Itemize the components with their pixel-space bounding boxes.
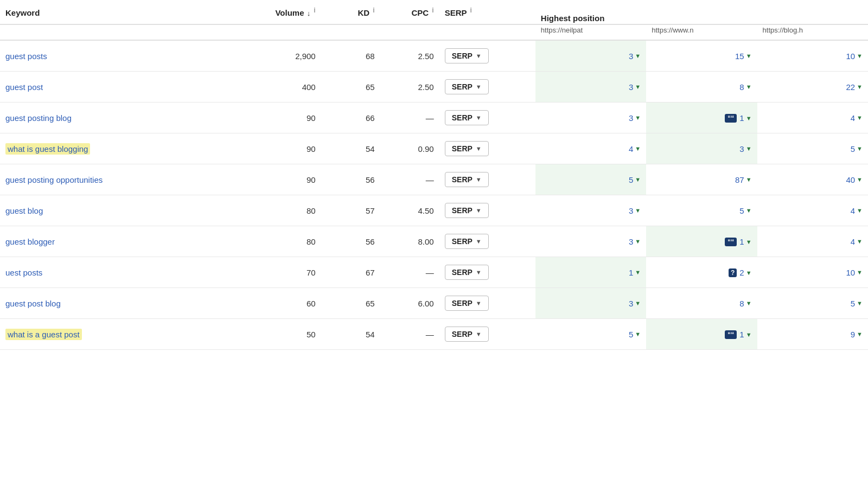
keyword-link[interactable]: guest blogger <box>5 237 55 246</box>
hp-trend-arrow: ▼ <box>746 331 752 338</box>
keyword-link[interactable]: guest posts <box>5 52 47 61</box>
serp-cell: SERP▼ <box>439 72 535 103</box>
hp-value-group: 3▼ <box>629 237 641 246</box>
hp-number: 1 <box>629 268 633 277</box>
hp-trend-arrow: ▼ <box>635 114 641 121</box>
hp-col2-cell: ““1▼ <box>646 319 757 350</box>
hp-number: 5 <box>739 206 744 215</box>
hp-col1-cell: 3▼ <box>535 226 646 257</box>
serp-button[interactable]: SERP▼ <box>445 141 489 156</box>
serp-cell: SERP▼ <box>439 40 535 72</box>
quote-badge-icon: ““ <box>725 114 737 123</box>
hp-value-group: ““1▼ <box>725 113 751 123</box>
hp-number: 3 <box>629 52 633 61</box>
table-row: what is guest blogging90540.90SERP▼4▼3▼5… <box>0 133 868 164</box>
hp-value-group: 5▼ <box>629 175 641 184</box>
hp-number: 3 <box>629 237 633 246</box>
hp-col1-cell: 5▼ <box>535 164 646 195</box>
hp-col3-cell: 5▼ <box>757 288 868 319</box>
serp-dropdown-arrow: ▼ <box>476 53 482 59</box>
volume-info-icon[interactable]: i <box>314 7 315 14</box>
serp-button[interactable]: SERP▼ <box>445 234 489 249</box>
serp-dropdown-arrow: ▼ <box>476 114 482 121</box>
table-body: guest posts2,900682.50SERP▼3▼15▼10▼guest… <box>0 40 868 350</box>
hp-value-group: 4▼ <box>851 113 863 123</box>
hp-number: 3 <box>629 206 633 215</box>
keyword-link[interactable]: guest blog <box>5 206 43 215</box>
kd-cell: 57 <box>321 195 380 226</box>
hp-value-group: 9▼ <box>851 330 863 339</box>
kd-info-icon[interactable]: i <box>373 7 374 14</box>
cpc-cell: 4.50 <box>380 195 439 226</box>
kd-cell: 65 <box>321 72 380 103</box>
serp-button[interactable]: SERP▼ <box>445 172 489 187</box>
cpc-info-icon[interactable]: i <box>432 7 433 14</box>
keyword-link[interactable]: guest post <box>5 82 43 92</box>
serp-cell: SERP▼ <box>439 133 535 164</box>
keyword-cell: guest posting blog <box>0 103 251 133</box>
serp-btn-label: SERP <box>452 52 473 60</box>
table-row: guest posting opportunities9056—SERP▼5▼8… <box>0 164 868 195</box>
quote-badge-icon: ““ <box>725 238 737 246</box>
hp-trend-arrow: ▼ <box>857 207 863 214</box>
hp-trend-arrow: ▼ <box>746 239 752 245</box>
keyword-cell: guest posting opportunities <box>0 164 251 195</box>
hp-trend-arrow: ▼ <box>746 270 752 276</box>
hp-value-group: 10▼ <box>846 52 863 61</box>
hp-trend-arrow: ▼ <box>857 114 863 121</box>
col-header-volume: Volume ↓ i <box>251 0 321 24</box>
serp-dropdown-arrow: ▼ <box>476 207 482 214</box>
hp-col2-cell: ?2▼ <box>646 257 757 288</box>
col-subheader-url2: https://www.n <box>646 24 757 40</box>
hp-value-group: ““1▼ <box>725 330 751 339</box>
keyword-cell: guest posts <box>0 40 251 72</box>
keyword-cell: what is guest blogging <box>0 133 251 164</box>
serp-button[interactable]: SERP▼ <box>445 203 489 218</box>
hp-col1-cell: 1▼ <box>535 257 646 288</box>
hp-number: 4 <box>629 144 633 154</box>
hp-trend-arrow: ▼ <box>635 331 641 337</box>
hp-number: 5 <box>851 144 855 154</box>
serp-button[interactable]: SERP▼ <box>445 327 489 342</box>
keyword-link[interactable]: guest post blog <box>5 299 61 308</box>
hp-value-group: 3▼ <box>629 206 641 215</box>
serp-info-icon[interactable]: i <box>470 7 471 14</box>
hp-col2-cell: 87▼ <box>646 164 757 195</box>
col-subheader-url3: https://blog.h <box>757 24 868 40</box>
keyword-cell: uest posts <box>0 257 251 288</box>
keyword-link[interactable]: guest posting blog <box>5 113 72 123</box>
hp-value-group: 4▼ <box>851 206 863 215</box>
volume-cell: 60 <box>251 288 321 319</box>
volume-cell: 70 <box>251 257 321 288</box>
hp-number: 3 <box>629 299 633 308</box>
hp-trend-arrow: ▼ <box>746 300 752 306</box>
keyword-link[interactable]: guest posting opportunities <box>5 175 103 184</box>
hp-value-group: 3▼ <box>739 144 751 154</box>
serp-cell: SERP▼ <box>439 226 535 257</box>
kd-cell: 54 <box>321 319 380 350</box>
serp-btn-label: SERP <box>452 330 473 338</box>
col-subheader-volume <box>251 24 321 40</box>
hp-value-group: 3▼ <box>629 299 641 308</box>
keyword-link[interactable]: what is a guest post <box>5 329 82 340</box>
serp-button[interactable]: SERP▼ <box>445 296 489 311</box>
serp-btn-label: SERP <box>452 113 473 122</box>
serp-button[interactable]: SERP▼ <box>445 79 489 94</box>
hp-number: 1 <box>739 237 744 246</box>
serp-button[interactable]: SERP▼ <box>445 265 489 280</box>
keyword-cell: what is a guest post <box>0 319 251 350</box>
keyword-link[interactable]: uest posts <box>5 268 42 277</box>
keyword-link[interactable]: what is guest blogging <box>5 143 90 155</box>
hp-trend-arrow: ▼ <box>635 238 641 245</box>
serp-button[interactable]: SERP▼ <box>445 110 489 125</box>
hp-value-group: 4▼ <box>851 237 863 246</box>
hp-trend-arrow: ▼ <box>635 53 641 59</box>
serp-button[interactable]: SERP▼ <box>445 48 489 63</box>
hp-value-group: 4▼ <box>629 144 641 154</box>
hp-number: 15 <box>735 52 744 61</box>
table-row: guest blogger80568.00SERP▼3▼““1▼4▼ <box>0 226 868 257</box>
hp-trend-arrow: ▼ <box>746 207 752 214</box>
serp-cell: SERP▼ <box>439 195 535 226</box>
serp-dropdown-arrow: ▼ <box>476 176 482 183</box>
hp-col3-cell: 22▼ <box>757 72 868 103</box>
